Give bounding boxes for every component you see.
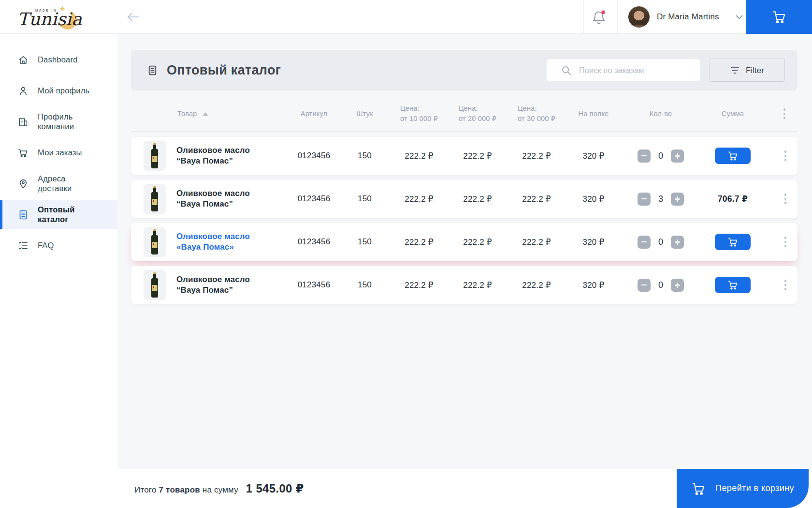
sidebar-item-label: Профиль компании: [38, 112, 95, 131]
price-tier2: 222.2 ₽: [448, 194, 507, 204]
cart-icon: [772, 10, 786, 24]
quantity-value: 3: [651, 194, 671, 204]
cart-icon: [727, 237, 738, 247]
product-units: 150: [339, 280, 390, 290]
quantity-stepper: 0: [621, 279, 700, 292]
notification-dot: [601, 10, 605, 14]
shelf-price: 320 ₽: [566, 194, 621, 204]
svg-text:Tunisia: Tunisia: [17, 9, 82, 29]
product-units: 150: [339, 151, 390, 161]
notifications-button[interactable]: [592, 9, 609, 26]
topbar-divider: [617, 0, 618, 34]
row-options-kebab-button[interactable]: [780, 149, 791, 163]
quantity-stepper: 0: [621, 236, 700, 249]
back-arrow-button[interactable]: [127, 11, 141, 23]
totals-sum: 1 545.00 ₽: [246, 482, 304, 495]
decrement-button[interactable]: [638, 279, 651, 292]
sidebar-item-faq[interactable]: FAQ: [0, 231, 117, 260]
product-sku: 0123456: [289, 237, 339, 247]
filter-icon: [730, 66, 740, 75]
go-to-cart-button[interactable]: Перейти в корзину: [677, 469, 809, 508]
product-title: Оливковое масло“Вауа Помас”: [176, 188, 250, 209]
price-tier3: 222.2 ₽: [507, 151, 566, 161]
price-tier3: 222.2 ₽: [507, 280, 566, 290]
header-cart-button[interactable]: [746, 0, 812, 34]
price-tier1: 222.2 ₽: [390, 194, 448, 204]
decrement-button[interactable]: [638, 236, 651, 249]
product-title-link[interactable]: Оливковое масло«Вауа Помас»: [176, 231, 250, 253]
table-header-divider: [131, 131, 798, 132]
table-row: Оливковое масло“Вауа Помас” 0123456 150 …: [131, 137, 798, 175]
user-menu[interactable]: Dr Maria Martins: [628, 6, 743, 28]
product-sku: 0123456: [289, 151, 339, 161]
quantity-stepper: 3: [621, 193, 700, 206]
price-tier2: 222.2 ₽: [448, 237, 507, 247]
home-icon: [17, 54, 29, 66]
column-header-product[interactable]: Товар: [144, 110, 289, 118]
search-icon: [561, 65, 571, 75]
catalog-document-icon: [17, 209, 29, 221]
sidebar-item-label: Адреса доставки: [38, 174, 95, 193]
column-header-shelf: На полке: [566, 110, 621, 118]
price-tier3: 222.2 ₽: [507, 237, 566, 247]
add-to-cart-button[interactable]: [715, 234, 751, 250]
row-options-kebab-button[interactable]: [780, 235, 791, 249]
row-sum: 706.7 ₽: [718, 194, 748, 204]
search-box: [547, 59, 700, 81]
price-tier1: 222.2 ₽: [390, 237, 448, 247]
column-header-sku: Артикул: [289, 110, 339, 118]
topbar: MADE IN Tunisia Dr Maria Martins: [0, 0, 812, 34]
brand-logo[interactable]: MADE IN Tunisia: [14, 3, 92, 31]
add-to-cart-button[interactable]: [715, 277, 751, 293]
sidebar-item-dashboard[interactable]: Dashboard: [0, 45, 117, 74]
price-tier1: 222.2 ₽: [390, 280, 448, 290]
increment-button[interactable]: [671, 236, 684, 249]
page-title: Оптовый каталог: [167, 63, 281, 78]
table-row: Оливковое масло“Вауа Помас” 0123456 150 …: [131, 266, 798, 304]
company-building-icon: [17, 116, 29, 128]
product-thumbnail: [144, 141, 166, 171]
page-header: Оптовый каталог Filter: [131, 50, 798, 90]
search-input[interactable]: [579, 66, 693, 75]
increment-button[interactable]: [671, 193, 684, 206]
sidebar-item-wholesale-catalog[interactable]: Оптовый каталог: [0, 200, 117, 229]
row-options-kebab-button[interactable]: [780, 192, 791, 206]
sidebar-item-label: Мои заказы: [38, 148, 82, 157]
sidebar-item-my-orders[interactable]: Мои заказы: [0, 138, 117, 167]
sidebar-item-company-profile[interactable]: Профиль компании: [0, 107, 117, 136]
main-content: Оптовый каталог Filter: [117, 34, 812, 508]
quantity-value: 0: [651, 237, 671, 247]
table-options-kebab-button[interactable]: [780, 106, 791, 121]
column-header-price-10000: Цена:от 10 000 ₽: [390, 104, 448, 124]
add-to-cart-button[interactable]: [715, 148, 751, 164]
quantity-stepper: 0: [621, 149, 700, 163]
totals-text: Итого 7 товаров на сумму 1 545.00 ₽: [117, 482, 304, 495]
column-header-units: Штук: [339, 110, 390, 118]
price-tier2: 222.2 ₽: [448, 151, 507, 161]
shelf-price: 320 ₽: [566, 237, 621, 247]
orders-cart-icon: [17, 147, 29, 159]
sidebar-item-my-profile[interactable]: Мой профиль: [0, 76, 117, 105]
product-sku: 0123456: [289, 194, 339, 204]
totals-bar: Итого 7 товаров на сумму 1 545.00 ₽ Пере…: [117, 469, 812, 508]
increment-button[interactable]: [671, 149, 684, 163]
filter-button[interactable]: Filter: [710, 59, 785, 82]
sidebar-item-delivery-addresses[interactable]: Адреса доставки: [0, 169, 117, 198]
totals-count: 7 товаров: [159, 485, 200, 495]
row-options-kebab-button[interactable]: [780, 278, 791, 292]
table-row: Оливковое масло«Вауа Помас» 0123456 150 …: [131, 223, 798, 261]
topbar-divider: [583, 0, 584, 34]
bell-icon: [592, 10, 606, 25]
product-thumbnail: [144, 184, 166, 214]
decrement-button[interactable]: [638, 193, 651, 206]
sidebar-item-label: Оптовый каталог: [38, 205, 95, 224]
price-tier2: 222.2 ₽: [448, 280, 507, 290]
chevron-down-icon: [736, 15, 743, 19]
decrement-button[interactable]: [638, 149, 651, 163]
sidebar-item-label: Dashboard: [38, 55, 78, 64]
cart-icon: [691, 481, 706, 496]
increment-button[interactable]: [671, 279, 684, 292]
catalog-rows: Оливковое масло“Вауа Помас” 0123456 150 …: [131, 137, 798, 304]
product-thumbnail: [144, 270, 166, 300]
column-header-price-30000: Цена:от 30 000 ₽: [507, 104, 566, 124]
